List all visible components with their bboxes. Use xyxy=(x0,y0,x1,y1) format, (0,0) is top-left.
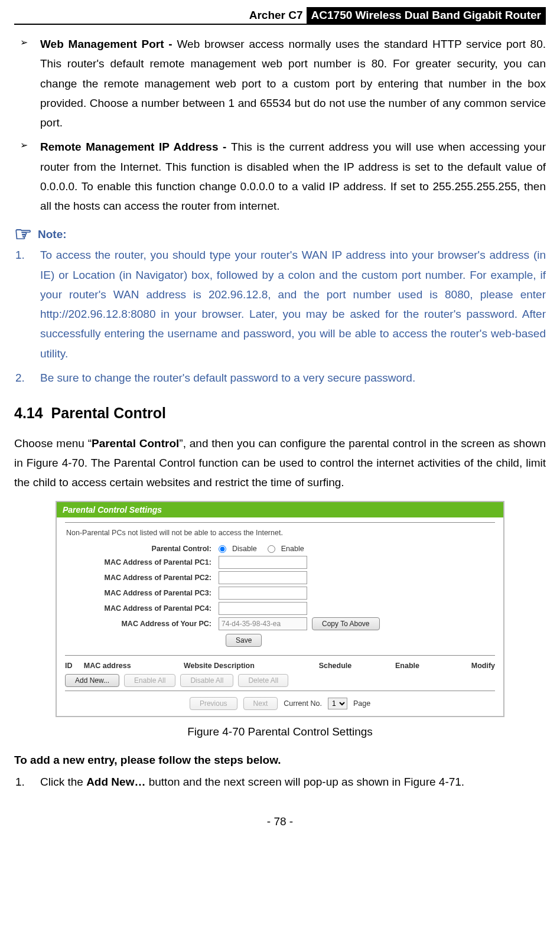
panel-note: Non-Parental PCs not listed will not be … xyxy=(66,529,495,538)
bullet-web-port: Web Management Port - Web browser access… xyxy=(14,34,546,132)
page-number: - 78 - xyxy=(0,815,560,828)
note-label: Note: xyxy=(38,224,67,244)
pager-select[interactable]: 1 xyxy=(328,698,347,709)
note-heading: ☞ Note: xyxy=(14,224,546,244)
save-button[interactable]: Save xyxy=(226,634,262,647)
label-mac1: MAC Address of Parental PC1: xyxy=(65,558,219,567)
bullet-body: Web browser access normally uses the sta… xyxy=(40,38,546,129)
input-mac1[interactable] xyxy=(219,556,307,569)
header-model: Archer C7 xyxy=(249,7,307,24)
radio-disable[interactable] xyxy=(219,545,226,553)
pager-label: Current No. xyxy=(284,699,322,708)
input-mac2[interactable] xyxy=(219,571,307,584)
add-new-button[interactable]: Add New... xyxy=(65,674,119,687)
row-mac1: MAC Address of Parental PC1: xyxy=(65,556,495,569)
step-bold: Add New… xyxy=(86,776,145,788)
row-mac4: MAC Address of Parental PC4: xyxy=(65,602,495,615)
col-modify: Modify xyxy=(454,662,495,670)
step-item: 1. Click the Add New… button and the nex… xyxy=(14,772,546,792)
row-parental-control: Parental Control: Disable Enable xyxy=(65,545,495,553)
label-your-pc: MAC Address of Your PC: xyxy=(65,620,219,629)
table-header: ID MAC address Website Description Sched… xyxy=(65,662,495,670)
bullet-title: Remote Management IP Address - xyxy=(40,141,231,153)
page-header: Archer C7 AC1750 Wireless Dual Band Giga… xyxy=(14,7,546,25)
note-item-number: 1. xyxy=(15,245,25,265)
section-title: Parental Control xyxy=(51,405,166,421)
figure-screenshot: Parental Control Settings Non-Parental P… xyxy=(56,501,504,718)
step-prefix: Click the xyxy=(40,776,86,788)
radio-enable[interactable] xyxy=(268,545,275,553)
figure-caption: Figure 4-70 Parental Control Settings xyxy=(14,722,546,741)
copy-to-above-button[interactable]: Copy To Above xyxy=(312,617,380,630)
section-number: 4.14 xyxy=(14,405,43,421)
col-schedule: Schedule xyxy=(319,662,395,670)
bullet-remote-ip: Remote Management IP Address - This is t… xyxy=(14,137,546,216)
panel-title: Parental Control Settings xyxy=(57,502,503,518)
enable-all-button[interactable]: Enable All xyxy=(124,674,175,687)
divider xyxy=(65,522,495,523)
intro-prefix: Choose menu “ xyxy=(14,437,92,450)
header-title: AC1750 Wireless Dual Band Gigabit Router xyxy=(307,7,546,24)
table-buttons: Add New... Enable All Disable All Delete… xyxy=(65,674,495,687)
next-button[interactable]: Next xyxy=(243,697,278,710)
col-enable: Enable xyxy=(395,662,454,670)
divider xyxy=(65,691,495,691)
row-your-pc: MAC Address of Your PC: Copy To Above xyxy=(65,617,495,630)
radio-disable-label: Disable xyxy=(232,545,257,553)
col-id: ID xyxy=(65,662,84,670)
label-mac2: MAC Address of Parental PC2: xyxy=(65,574,219,582)
section-heading: 4.14 Parental Control xyxy=(14,400,546,426)
note-item-text: To access the router, you should type yo… xyxy=(40,249,546,359)
section-intro: Choose menu “Parental Control”, and then… xyxy=(14,434,546,493)
note-item: 1. To access the router, you should type… xyxy=(14,245,546,363)
intro-menu-name: Parental Control xyxy=(92,437,179,450)
row-mac2: MAC Address of Parental PC2: xyxy=(65,571,495,584)
steps-intro: To add a new entry, please follow the st… xyxy=(14,750,546,770)
label-parental-control: Parental Control: xyxy=(65,545,219,553)
input-your-pc xyxy=(219,617,307,630)
radio-enable-label: Enable xyxy=(281,545,304,553)
note-item-number: 2. xyxy=(15,368,25,388)
note-item-text: Be sure to change the router's default p… xyxy=(40,372,415,384)
input-mac3[interactable] xyxy=(219,587,307,600)
delete-all-button[interactable]: Delete All xyxy=(238,674,288,687)
label-mac3: MAC Address of Parental PC3: xyxy=(65,589,219,598)
divider xyxy=(65,655,495,656)
point-hand-icon: ☞ xyxy=(14,224,32,244)
row-mac3: MAC Address of Parental PC3: xyxy=(65,587,495,600)
bullet-title: Web Management Port - xyxy=(40,38,177,50)
previous-button[interactable]: Previous xyxy=(190,697,237,710)
step-number: 1. xyxy=(15,772,25,792)
disable-all-button[interactable]: Disable All xyxy=(180,674,233,687)
pager-suffix: Page xyxy=(353,699,370,708)
note-item: 2. Be sure to change the router's defaul… xyxy=(14,368,546,388)
input-mac4[interactable] xyxy=(219,602,307,615)
col-mac: MAC address xyxy=(84,662,184,670)
pager: Previous Next Current No. 1 Page xyxy=(65,697,495,710)
col-desc: Website Description xyxy=(184,662,319,670)
step-suffix: button and the next screen will pop-up a… xyxy=(145,776,464,788)
note-block: ☞ Note: 1. To access the router, you sho… xyxy=(14,224,546,388)
label-mac4: MAC Address of Parental PC4: xyxy=(65,604,219,613)
